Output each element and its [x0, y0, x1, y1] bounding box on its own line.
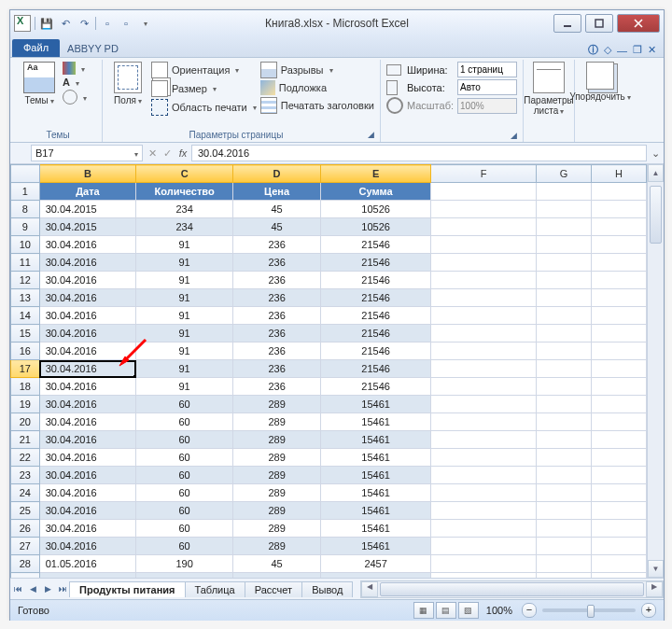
qat-customize[interactable] [137, 16, 152, 31]
col-header-B[interactable]: B [39, 165, 136, 183]
row-header[interactable]: 17 [11, 360, 40, 378]
scroll-right[interactable]: ▶ [646, 581, 663, 597]
cell[interactable] [431, 236, 537, 254]
col-header-C[interactable]: C [136, 165, 233, 183]
print-titles-button[interactable]: Печатать заголовки [260, 97, 374, 114]
cell[interactable] [431, 342, 537, 360]
view-page-break[interactable]: ▧ [458, 602, 479, 619]
cell[interactable]: 15461 [321, 502, 431, 520]
cell[interactable]: 91 [136, 360, 233, 378]
cell[interactable]: 15461 [321, 538, 431, 555]
cell[interactable]: 45 [232, 555, 320, 573]
cell[interactable]: 21546 [321, 289, 431, 307]
cell[interactable] [537, 484, 592, 502]
ribbon-minimize-icon[interactable]: ◇ [604, 44, 611, 56]
sheet-options-button[interactable]: Параметры листа [529, 62, 568, 117]
cell[interactable]: 21546 [321, 236, 431, 254]
col-header-F[interactable]: F [431, 165, 537, 183]
cell[interactable] [592, 236, 647, 254]
cell[interactable]: 289 [232, 467, 320, 484]
cell[interactable] [537, 218, 592, 236]
row-header[interactable]: 25 [11, 502, 40, 520]
cell[interactable]: 91 [136, 254, 233, 272]
row-header[interactable]: 24 [11, 484, 40, 502]
width-input[interactable] [457, 62, 517, 77]
cell[interactable] [592, 289, 647, 307]
cell[interactable]: 60 [136, 431, 233, 449]
cell[interactable] [537, 201, 592, 218]
cell[interactable]: 30.04.2016 [39, 307, 136, 325]
pagesetup-launcher[interactable]: ◢ [364, 130, 374, 139]
select-all[interactable] [11, 165, 40, 183]
cell[interactable]: 289 [232, 484, 320, 502]
view-page-layout[interactable]: ▤ [436, 602, 456, 619]
cell[interactable] [431, 201, 537, 218]
cell[interactable]: 21546 [321, 254, 431, 272]
row-header[interactable]: 19 [11, 396, 40, 413]
sheet-nav-next[interactable]: ▶ [40, 584, 55, 594]
cell[interactable]: 30.04.2016 [39, 342, 136, 360]
cell[interactable]: 30.04.2016 [39, 325, 136, 342]
scale-launcher[interactable]: ◢ [507, 131, 517, 140]
row-header[interactable]: 27 [11, 538, 40, 555]
theme-colors[interactable] [63, 62, 87, 75]
cell[interactable]: 190 [136, 573, 233, 579]
cell[interactable] [537, 236, 592, 254]
cell[interactable] [537, 467, 592, 484]
cell[interactable]: 45 [232, 218, 320, 236]
cell[interactable]: 236 [232, 360, 320, 378]
cell[interactable]: 30.04.2016 [39, 254, 136, 272]
cell[interactable]: 236 [232, 272, 320, 289]
cell[interactable]: 234 [136, 218, 233, 236]
cell[interactable] [592, 431, 647, 449]
ribbon-tab-10[interactable]: ABBYY PD [62, 40, 124, 57]
zoom-level[interactable]: 100% [486, 605, 512, 616]
row-header[interactable]: 29 [11, 573, 40, 579]
theme-fonts[interactable]: A [63, 77, 87, 88]
cell[interactable]: 21546 [321, 307, 431, 325]
cell[interactable]: 30.04.2016 [39, 378, 136, 396]
cell[interactable]: 30.04.2016 [39, 538, 136, 555]
cell[interactable]: 234 [136, 201, 233, 218]
name-box[interactable]: B17 [31, 145, 143, 161]
row-header[interactable]: 23 [11, 467, 40, 484]
header-cell[interactable]: Дата [39, 183, 136, 201]
window-maximize[interactable] [585, 14, 613, 33]
cell[interactable]: 60 [136, 502, 233, 520]
row-header[interactable]: 22 [11, 449, 40, 467]
cell[interactable] [592, 502, 647, 520]
row-header[interactable]: 26 [11, 520, 40, 538]
cell[interactable] [537, 360, 592, 378]
cell[interactable] [537, 272, 592, 289]
cell[interactable] [431, 254, 537, 272]
cell[interactable]: 60 [136, 484, 233, 502]
qat-redo[interactable]: ↷ [77, 16, 91, 31]
background-button[interactable]: Подложка [260, 80, 374, 95]
cell[interactable]: 15461 [321, 449, 431, 467]
col-header-H[interactable]: H [592, 165, 647, 183]
help-icon[interactable]: ⓘ [588, 43, 598, 57]
cell[interactable]: 30.04.2016 [39, 289, 136, 307]
formula-input[interactable]: 30.04.2016 [191, 145, 647, 161]
cell[interactable] [592, 467, 647, 484]
cell[interactable]: 15461 [321, 413, 431, 431]
cell[interactable]: 91 [136, 378, 233, 396]
cell[interactable] [592, 555, 647, 573]
row-header[interactable]: 9 [11, 218, 40, 236]
cell[interactable]: 2457 [321, 573, 431, 579]
cell[interactable]: 236 [232, 307, 320, 325]
cell[interactable] [431, 289, 537, 307]
formula-expand[interactable]: ⌄ [647, 147, 664, 160]
cell[interactable]: 30.04.2016 [39, 413, 136, 431]
cell[interactable]: 30.04.2016 [39, 360, 136, 378]
cell[interactable]: 10526 [321, 201, 431, 218]
sheet-tab-1[interactable]: Таблица [185, 581, 245, 597]
cell[interactable]: 15461 [321, 396, 431, 413]
cell[interactable] [431, 396, 537, 413]
arrange-button[interactable]: Упорядочить [581, 62, 620, 103]
cell[interactable] [537, 342, 592, 360]
cell[interactable] [431, 413, 537, 431]
window-close[interactable] [617, 14, 660, 33]
cell[interactable]: 91 [136, 342, 233, 360]
row-header[interactable]: 21 [11, 431, 40, 449]
